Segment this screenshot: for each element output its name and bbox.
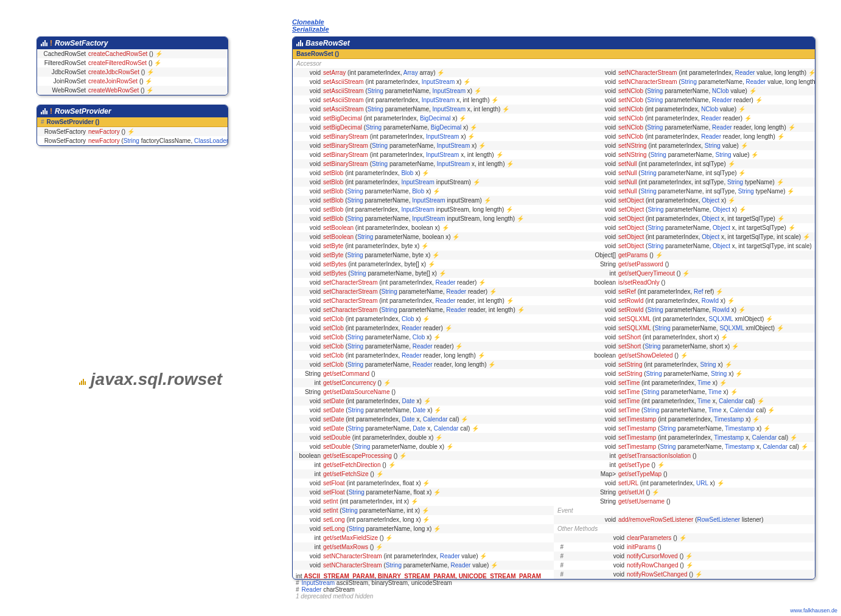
- method-row: voidsetBinaryStream (String parameterNam…: [293, 141, 554, 150]
- method-row: voidsetTimestamp (String parameterName, …: [554, 442, 815, 451]
- method-row: voidsetByte (String parameterName, byte …: [293, 251, 554, 260]
- watermark: www.falkhausen.de: [790, 607, 837, 614]
- link-cloneable[interactable]: Cloneable: [292, 18, 329, 26]
- method-row: voidsetClob (String parameterName, Reade…: [293, 360, 554, 369]
- method-row: #voidnotifyRowChanged () ⚡: [554, 561, 815, 570]
- method-row: voidsetNClob (String parameterName, NClo…: [554, 86, 815, 95]
- method-row: voidsetTimestamp (String parameterName, …: [554, 424, 815, 433]
- method-row: voidsetNull (int parameterIndex, int sql…: [554, 159, 815, 168]
- method-row: JdbcRowSetcreateJdbcRowSet () ⚡: [37, 67, 228, 77]
- method-row: voidsetBoolean (String parameterName, bo…: [293, 232, 554, 241]
- method-row: voidsetSQLXML (int parameterIndex, SQLXM…: [554, 314, 815, 324]
- method-row: voidsetSQLXML (String parameterName, SQL…: [554, 324, 815, 333]
- method-row: voidsetFloat (int parameterIndex, float …: [293, 479, 554, 488]
- method-row: FilteredRowSetcreateFilteredRowSet () ⚡: [37, 58, 228, 67]
- method-row: voidsetObject (String parameterName, Obj…: [554, 205, 815, 214]
- method-row: intget/setMaxRows () ⚡: [293, 542, 554, 552]
- method-row: voidsetClob (int parameterIndex, Clob x)…: [293, 314, 554, 324]
- method-row: voidsetAsciiStream (String parameterName…: [293, 86, 554, 95]
- link-serializable[interactable]: Serializable: [292, 26, 329, 33]
- class-title: RowSetProvider: [55, 107, 111, 116]
- method-row: voidsetNClob (String parameterName, Read…: [554, 123, 815, 132]
- class-header: ! RowSetProvider: [37, 105, 228, 117]
- method-row: intget/setQueryTimeout () ⚡: [554, 269, 815, 278]
- method-row: Stringget/setPassword (): [554, 260, 815, 269]
- method-row: voidsetNull (int parameterIndex, int sql…: [554, 178, 815, 187]
- method-row: voidsetDouble (String parameterName, dou…: [293, 442, 554, 451]
- method-row: voidsetAsciiStream (int parameterIndex, …: [293, 77, 554, 86]
- method-row: voidsetNClob (int parameterIndex, Reader…: [554, 132, 815, 141]
- method-row: voidsetBinaryStream (String parameterNam…: [293, 159, 554, 168]
- method-row: voidsetFloat (String parameterName, floa…: [293, 488, 554, 497]
- method-row: voidsetString (int parameterIndex, Strin…: [554, 360, 815, 369]
- method-row: voidsetDouble (int parameterIndex, doubl…: [293, 433, 554, 442]
- method-row: voidsetBinaryStream (int parameterIndex,…: [293, 150, 554, 159]
- method-row: voidsetRowId (String parameterName, RowI…: [554, 305, 815, 314]
- method-row: voidsetClob (int parameterIndex, Reader …: [293, 324, 554, 333]
- method-row: voidsetInt (String parameterName, int x)…: [293, 506, 554, 515]
- method-row: voidsetArray (int parameterIndex, Array …: [293, 68, 554, 77]
- method-row: voidsetNull (String parameterName, int s…: [554, 187, 815, 196]
- method-row: intget/setTransactionIsolation (): [554, 451, 815, 460]
- package-title: javax.sql.rowset: [79, 370, 222, 389]
- method-row: voidsetCharacterStream (String parameter…: [293, 287, 554, 296]
- method-row: CachedRowSetcreateCachedRowSet () ⚡: [37, 49, 228, 58]
- method-row: voidsetCharacterStream (int parameterInd…: [293, 278, 554, 287]
- bars-icon: [41, 108, 47, 114]
- method-row: voidsetShort (int parameterIndex, short …: [554, 333, 815, 342]
- method-row: intget/setType () ⚡: [554, 460, 815, 469]
- method-row: voidsetTimestamp (int parameterIndex, Ti…: [554, 433, 815, 442]
- class-header: BaseRowSet: [293, 37, 815, 49]
- method-row: JoinRowSetcreateJoinRowSet () ⚡: [37, 77, 228, 86]
- method-row: voidsetClob (String parameterName, Reade…: [293, 342, 554, 351]
- method-row: voidsetTime (String parameterName, Time …: [554, 406, 815, 415]
- warning-icon: !: [50, 107, 52, 116]
- method-row: voidsetDate (int parameterIndex, Date x)…: [293, 396, 554, 406]
- method-row: Stringget/setCommand (): [293, 369, 554, 378]
- method-row: voidsetTime (int parameterIndex, Time x,…: [554, 396, 815, 406]
- method-row: voidsetObject (int parameterIndex, Objec…: [554, 232, 815, 241]
- method-row: voidsetNCharacterStream (String paramete…: [554, 77, 815, 86]
- method-row: voidsetBigDecimal (String parameterName,…: [293, 123, 554, 132]
- class-title: RowSetFactory: [55, 39, 108, 47]
- section-accessor: Accessor: [293, 59, 554, 68]
- method-row: intget/setFetchSize () ⚡: [293, 469, 554, 479]
- method-row: Stringget/setUrl () ⚡: [554, 488, 815, 497]
- method-row: voidsetClob (int parameterIndex, Reader …: [293, 351, 554, 360]
- section-other: Other Methods: [554, 524, 815, 533]
- method-row: voidsetObject (int parameterIndex, Objec…: [554, 196, 815, 205]
- method-row: booleanget/setShowDeleted () ⚡: [554, 351, 815, 360]
- class-box-rowsetfactory: ! RowSetFactory CachedRowSetcreateCached…: [37, 36, 228, 95]
- method-row: voidsetLong (String parameterName, long …: [293, 524, 554, 533]
- constructor-row: BaseRowSet (): [293, 49, 815, 59]
- class-box-rowsetprovider: ! RowSetProvider #RowSetProvider () RowS…: [37, 105, 228, 146]
- method-row: voidsetTime (int parameterIndex, Time x)…: [554, 378, 815, 387]
- method-row: WebRowSetcreateWebRowSet () ⚡: [37, 86, 228, 95]
- method-row: voidsetObject (String parameterName, Obj…: [554, 241, 815, 251]
- method-row: voidadd/removeRowSetListener (RowSetList…: [554, 515, 815, 524]
- method-row: RowSetFactorynewFactory () ⚡: [37, 127, 228, 136]
- method-row: voidsetBlob (int parameterIndex, InputSt…: [293, 178, 554, 187]
- method-row: #voidnotifyCursorMoved () ⚡: [554, 552, 815, 561]
- constants-list: ASCII_STREAM_PARAM, BINARY_STREAM_PARAM,…: [304, 573, 541, 580]
- method-row: voidsetInt (int parameterIndex, int x) ⚡: [293, 497, 554, 506]
- method-row: voidsetBlob (String parameterName, Blob …: [293, 187, 554, 196]
- method-row: Stringget/setDataSourceName (): [293, 387, 554, 396]
- method-row: voidsetNull (String parameterName, int s…: [554, 168, 815, 178]
- method-row: voidsetTimestamp (int parameterIndex, Ti…: [554, 415, 815, 424]
- method-row: Map>get/setTypeMap (): [554, 469, 815, 479]
- method-row: voidsetString (String parameterName, Str…: [554, 369, 815, 378]
- class-footer: int ASCII_STREAM_PARAM, BINARY_STREAM_PA…: [296, 573, 541, 600]
- class-header: ! RowSetFactory: [37, 37, 228, 49]
- method-row: voidsetBoolean (int parameterIndex, bool…: [293, 223, 554, 232]
- method-row: voidsetNCharacterStream (int parameterIn…: [293, 552, 554, 561]
- method-row: voidsetNClob (int parameterIndex, NClob …: [554, 105, 815, 114]
- method-row: voidsetBlob (int parameterIndex, InputSt…: [293, 205, 554, 214]
- method-row: voidsetObject (String parameterName, Obj…: [554, 223, 815, 232]
- method-row: voidsetBlob (String parameterName, Input…: [293, 196, 554, 205]
- method-row: voidsetObject (int parameterIndex, Objec…: [554, 214, 815, 223]
- method-row: voidsetBigDecimal (int parameterIndex, B…: [293, 114, 554, 123]
- method-row: intget/setMaxFieldSize () ⚡: [293, 533, 554, 542]
- method-row: voidsetByte (int parameterIndex, byte x)…: [293, 241, 554, 251]
- top-links: Cloneable Serializable: [292, 18, 329, 33]
